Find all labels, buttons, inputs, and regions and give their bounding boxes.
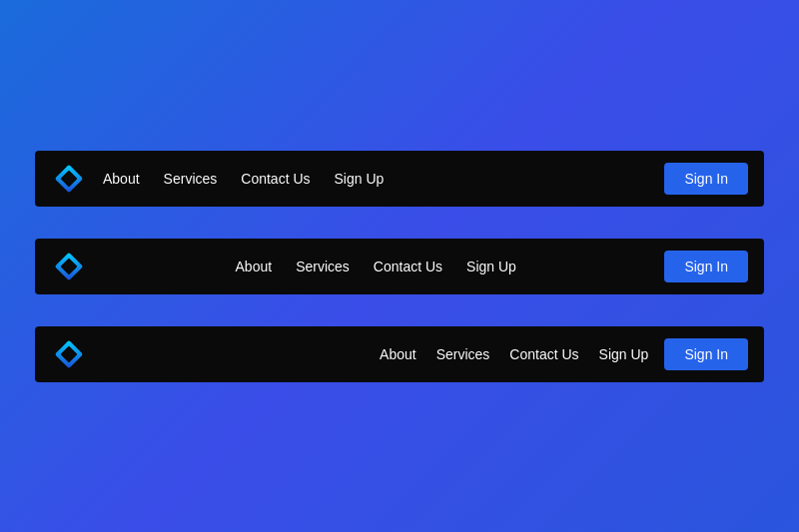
nav-links-2: About Services Contact Us Sign Up: [236, 258, 516, 275]
navbar-3: About Services Contact Us Sign Up Sign I…: [35, 326, 764, 382]
nav-about-2[interactable]: About: [236, 259, 273, 274]
nav-services-1[interactable]: Services: [164, 171, 218, 187]
nav-signup-2[interactable]: Sign Up: [466, 259, 516, 274]
nav-links-3: About Services Contact Us Sign Up: [380, 345, 648, 363]
nav-signup-3[interactable]: Sign Up: [599, 346, 649, 362]
nav-contact-2[interactable]: Contact Us: [374, 259, 442, 274]
navbar-2: About Services Contact Us Sign Up Sign I…: [35, 239, 764, 294]
nav-contact-1[interactable]: Contact Us: [241, 171, 310, 187]
nav-about-1[interactable]: About: [103, 171, 140, 187]
logo-1[interactable]: [51, 161, 87, 197]
nav-about-3[interactable]: About: [380, 346, 416, 362]
sign-in-button-3[interactable]: Sign In: [664, 338, 748, 370]
sign-in-button-2[interactable]: Sign In: [664, 251, 748, 282]
sign-in-button-1[interactable]: Sign In: [664, 163, 748, 195]
nav-links-1: About Services Contact Us Sign Up: [103, 170, 384, 188]
logo-3[interactable]: [51, 336, 87, 372]
nav-signup-1[interactable]: Sign Up: [335, 171, 385, 187]
nav-services-2[interactable]: Services: [296, 259, 350, 274]
navbar-1: About Services Contact Us Sign Up Sign I…: [35, 151, 764, 207]
nav-contact-3[interactable]: Contact Us: [509, 346, 578, 362]
nav-services-3[interactable]: Services: [436, 346, 490, 362]
logo-2[interactable]: [51, 249, 87, 284]
